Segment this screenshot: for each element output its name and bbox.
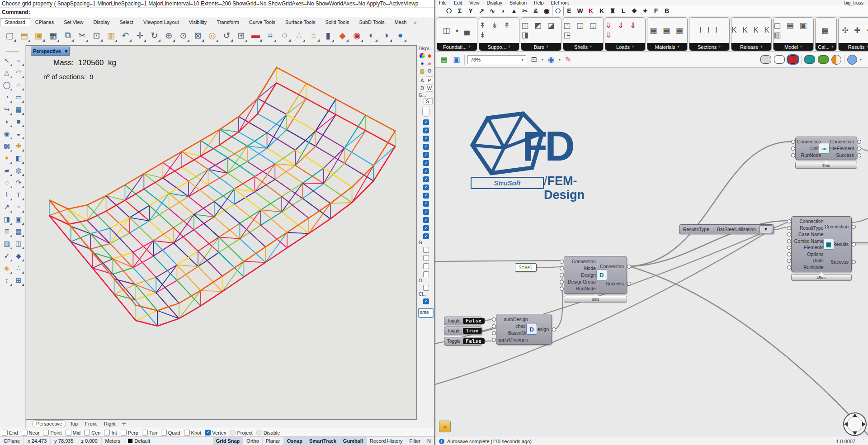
- ribbon-group-label[interactable]: Loads +: [605, 43, 645, 51]
- toolbar-icon[interactable]: ↶: [118, 28, 132, 43]
- palette-tool[interactable]: ■: [13, 115, 24, 128]
- ribbon-group-icons[interactable]: ◰ ◱ ◲ ◳: [563, 18, 603, 43]
- ribbon-group-icons[interactable]: ◫ ◩ ◪ ◨: [521, 18, 561, 43]
- layer-checkbox[interactable]: [423, 176, 429, 182]
- osnap-checkbox[interactable]: [230, 430, 236, 436]
- option-checkbox[interactable]: [423, 271, 429, 277]
- expand-icon[interactable]: +: [468, 44, 471, 49]
- osnap-option[interactable]: Cen: [84, 430, 100, 436]
- status-toggle[interactable]: Grid Snap: [213, 437, 244, 445]
- osnap-option[interactable]: Project: [230, 430, 252, 436]
- gh-panel-steel[interactable]: Steel: [515, 263, 537, 272]
- folder-icon[interactable]: ▤: [420, 68, 425, 74]
- option-checkbox[interactable]: [423, 298, 429, 304]
- component-input[interactable]: DesignGroup: [564, 279, 599, 285]
- component-input[interactable]: RunNode: [564, 285, 599, 292]
- status-toggle[interactable]: Gumball: [340, 437, 367, 445]
- ribbon-group-label[interactable]: Release +: [731, 43, 771, 51]
- menu-item[interactable]: Display: [483, 0, 506, 5]
- palette-tool[interactable]: ▭: [13, 91, 24, 103]
- input-port[interactable]: [787, 226, 791, 230]
- material-preview-icon[interactable]: [831, 55, 841, 65]
- layer-checkbox[interactable]: [423, 185, 429, 190]
- toolbar-icon[interactable]: ◑: [379, 28, 393, 43]
- category-tab[interactable]: Y: [465, 6, 476, 15]
- output-port[interactable]: [627, 265, 631, 269]
- toolbar-icon[interactable]: ▬: [249, 28, 263, 43]
- status-toggle[interactable]: Osnap: [284, 437, 306, 445]
- viewport-title-tab[interactable]: Perspective ▾: [31, 47, 70, 56]
- osnap-option[interactable]: Perp: [121, 430, 138, 436]
- input-port[interactable]: [560, 260, 564, 264]
- option-checkbox[interactable]: [423, 285, 429, 291]
- ribbon-group-icons[interactable]: ◫ ▪ ▄: [437, 18, 477, 43]
- component-icon[interactable]: ∞: [819, 143, 830, 154]
- osnap-option[interactable]: Point: [43, 430, 61, 436]
- palette-tool[interactable]: ◌: [1, 176, 13, 189]
- osnap-checkbox[interactable]: [142, 430, 148, 436]
- component-input[interactable]: Case Name: [792, 231, 826, 238]
- display-blue-icon[interactable]: [847, 55, 857, 65]
- expand-icon[interactable]: +: [632, 44, 634, 49]
- osnap-checkbox[interactable]: [84, 430, 90, 436]
- component-input[interactable]: check: [496, 322, 531, 329]
- eraser-icon[interactable]: ▰: [427, 61, 431, 66]
- layer-checkbox[interactable]: [423, 225, 429, 231]
- palette-tool[interactable]: ⌇: [1, 189, 13, 201]
- option-checkbox[interactable]: [423, 247, 429, 253]
- input-port[interactable]: [492, 324, 496, 328]
- chevron-down-icon[interactable]: ▾: [542, 57, 543, 62]
- toggle-value[interactable]: False: [463, 338, 484, 344]
- option-checkbox[interactable]: [423, 263, 429, 269]
- toggle-value[interactable]: False: [463, 318, 484, 324]
- status-cell[interactable]: Meters: [102, 437, 125, 445]
- layer-checkbox[interactable]: [423, 233, 429, 239]
- category-tab[interactable]: E: [564, 6, 575, 15]
- canvas-sketch-button[interactable]: ≈: [439, 421, 451, 432]
- layer-checkbox[interactable]: [423, 168, 429, 174]
- palette-tool[interactable]: ◔: [1, 91, 13, 103]
- wireframe-preview-icon[interactable]: [774, 55, 785, 64]
- ribbon-group[interactable]: K K K K Release +: [731, 17, 772, 51]
- osnap-option[interactable]: Knot: [184, 430, 202, 436]
- palette-tool[interactable]: ◆: [13, 250, 24, 262]
- toolbar-icon[interactable]: ▥: [104, 28, 118, 43]
- category-tab[interactable]: F: [651, 6, 661, 15]
- osnap-option[interactable]: Disable: [256, 430, 280, 436]
- menu-item[interactable]: View: [466, 0, 483, 5]
- shaded-view-icon[interactable]: ◆: [427, 53, 431, 58]
- ribbon-group-icons[interactable]: ↟ ↡ ↟ ↡: [479, 18, 519, 43]
- osnap-checkbox[interactable]: [205, 430, 211, 436]
- osnap-checkbox[interactable]: [22, 430, 28, 436]
- toolbar-icon[interactable]: ▢: [3, 28, 17, 43]
- status-cell[interactable]: z 0.000: [77, 437, 101, 445]
- osnap-checkbox[interactable]: [161, 430, 167, 436]
- navigation-compass[interactable]: [840, 410, 868, 437]
- category-tab[interactable]: ⎔: [552, 6, 564, 16]
- output-port[interactable]: [857, 147, 861, 151]
- ribbon-group[interactable]: ▦ Cal... +: [815, 17, 837, 51]
- category-tab[interactable]: ✂: [519, 6, 530, 15]
- ribbon-group[interactable]: ↟ ↡ ↟ ↡ Suppo... +: [479, 17, 519, 51]
- layer-checkbox[interactable]: [423, 201, 429, 207]
- layer-checkbox[interactable]: [423, 119, 429, 125]
- component-input[interactable]: Connection: [564, 258, 599, 265]
- layer-checkbox[interactable]: [423, 136, 429, 142]
- ribbon-group-icons[interactable]: ✣ ✚ ❖: [839, 18, 868, 43]
- status-cell[interactable]: y 78.935: [51, 437, 77, 445]
- chevron-down-icon[interactable]: ▾: [559, 57, 561, 62]
- chevron-down-icon[interactable]: ▾: [521, 57, 524, 62]
- ribbon-group-label[interactable]: Shells +: [563, 43, 603, 51]
- category-tab[interactable]: ♜: [607, 6, 618, 15]
- category-tab[interactable]: L: [618, 6, 629, 15]
- component-input[interactable]: Units: [792, 257, 826, 264]
- viewport-tab[interactable]: Perspective: [32, 420, 66, 427]
- toolbar-tab[interactable]: Select: [115, 18, 139, 26]
- gh-boolean-toggle[interactable]: ToggleFalse: [444, 317, 482, 325]
- output-port[interactable]: [852, 242, 856, 246]
- ribbon-group[interactable]: I I I Sections +: [689, 17, 730, 51]
- component-input[interactable]: Options: [792, 251, 826, 258]
- category-tab[interactable]: K: [596, 6, 607, 15]
- palette-tool[interactable]: ◨: [1, 213, 13, 225]
- category-tab[interactable]: ↗: [476, 6, 487, 15]
